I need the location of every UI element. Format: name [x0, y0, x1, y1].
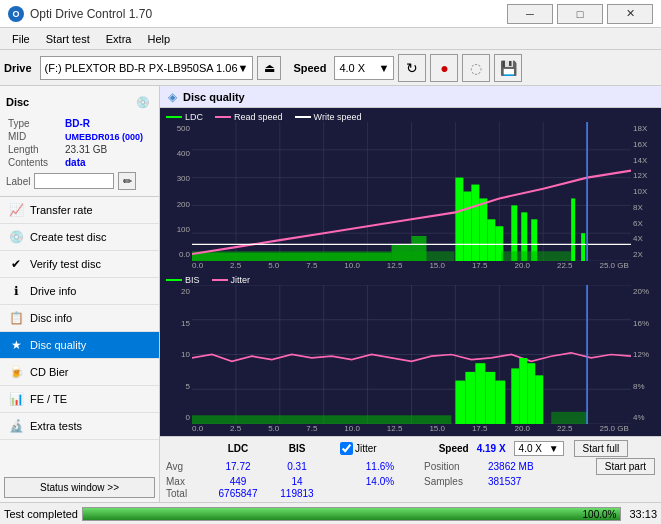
jitter-checkbox-label[interactable]: Jitter: [340, 442, 377, 455]
disc-length-label: Length: [8, 144, 63, 155]
stats-speed-select[interactable]: 4.0 X ▼: [514, 441, 564, 456]
x-top-25: 25.0 GB: [600, 261, 629, 270]
sidebar-item-label-extra-tests: Extra tests: [30, 420, 82, 432]
y-right-16pct: 16%: [633, 319, 657, 328]
verify-test-disc-icon: ✔: [8, 256, 24, 272]
avg-bis: 0.31: [272, 461, 322, 472]
svg-rect-17: [455, 178, 463, 261]
position-label: Position: [424, 461, 484, 472]
menu-start-test[interactable]: Start test: [38, 31, 98, 47]
titlebar: O Opti Drive Control 1.70 ─ □ ✕: [0, 0, 661, 28]
disc-info-icon: 📋: [8, 310, 24, 326]
y-bot-20: 20: [164, 287, 190, 296]
label-text: Label: [6, 176, 30, 187]
x-top-15: 15.0: [429, 261, 445, 270]
erase-button[interactable]: ◌: [462, 54, 490, 82]
x-bot-10: 10.0: [344, 424, 360, 433]
disc-quality-header: ◈ Disc quality: [160, 86, 661, 108]
y-top-400: 400: [164, 149, 190, 158]
y-bot-5: 5: [164, 382, 190, 391]
svg-rect-49: [485, 372, 495, 424]
y-right-14x: 14X: [633, 156, 657, 165]
avg-ldc: 17.72: [208, 461, 268, 472]
maximize-button[interactable]: □: [557, 4, 603, 24]
app-logo: O: [8, 6, 24, 22]
progress-text: 100.0%: [583, 509, 617, 520]
label-input[interactable]: [34, 173, 114, 189]
sidebar-item-create-test-disc[interactable]: 💿 Create test disc: [0, 224, 159, 251]
bottom-chart-svg: [192, 285, 631, 424]
save-button[interactable]: 💾: [494, 54, 522, 82]
sidebar-item-label-fe-te: FE / TE: [30, 393, 67, 405]
x-bot-20: 20.0: [514, 424, 530, 433]
sidebar-item-verify-test-disc[interactable]: ✔ Verify test disc: [0, 251, 159, 278]
samples-value: 381537: [488, 476, 521, 487]
burn-button[interactable]: ●: [430, 54, 458, 82]
sidebar-item-transfer-rate[interactable]: 📈 Transfer rate: [0, 197, 159, 224]
titlebar-controls: ─ □ ✕: [507, 4, 653, 24]
write-speed-legend: Write speed: [314, 112, 362, 122]
sidebar-item-disc-quality[interactable]: ★ Disc quality: [0, 332, 159, 359]
sidebar-menu: 📈 Transfer rate 💿 Create test disc ✔ Ver…: [0, 197, 159, 473]
disc-panel-title: Disc: [6, 96, 29, 108]
svg-rect-54: [535, 375, 543, 424]
menu-help[interactable]: Help: [139, 31, 178, 47]
stats-speed-label: Speed: [439, 443, 469, 454]
menu-extra[interactable]: Extra: [98, 31, 140, 47]
extra-tests-icon: 🔬: [8, 418, 24, 434]
x-bot-5: 5.0: [268, 424, 279, 433]
sidebar-item-label-verify-test: Verify test disc: [30, 258, 101, 270]
sidebar-item-drive-info[interactable]: ℹ Drive info: [0, 278, 159, 305]
y-right-6x: 6X: [633, 219, 657, 228]
disc-length-value: 23.31 GB: [65, 144, 151, 155]
sidebar-item-fe-te[interactable]: 📊 FE / TE: [0, 386, 159, 413]
x-bot-22.5: 22.5: [557, 424, 573, 433]
refresh-button[interactable]: ↻: [398, 54, 426, 82]
start-full-button[interactable]: Start full: [574, 440, 629, 457]
svg-rect-51: [511, 368, 519, 424]
svg-rect-53: [527, 363, 535, 424]
titlebar-left: O Opti Drive Control 1.70: [8, 6, 152, 22]
y-bot-10: 10: [164, 350, 190, 359]
status-window-button[interactable]: Status window >>: [4, 477, 155, 498]
sidebar-item-label-transfer-rate: Transfer rate: [30, 204, 93, 216]
stats-speed-value: 4.19 X: [477, 443, 506, 454]
y-right-8pct: 8%: [633, 382, 657, 391]
x-bot-15: 15.0: [429, 424, 445, 433]
x-bot-7.5: 7.5: [306, 424, 317, 433]
y-right-8x: 8X: [633, 203, 657, 212]
sidebar-item-cd-bier[interactable]: 🍺 CD Bier: [0, 359, 159, 386]
read-speed-legend: Read speed: [234, 112, 283, 122]
close-button[interactable]: ✕: [607, 4, 653, 24]
menu-file[interactable]: File: [4, 31, 38, 47]
start-part-button[interactable]: Start part: [596, 458, 655, 475]
transfer-rate-icon: 📈: [8, 202, 24, 218]
stats-ldc-header: LDC: [208, 443, 268, 454]
x-bot-0: 0.0: [192, 424, 203, 433]
svg-rect-29: [501, 251, 571, 261]
disc-contents-row: Contents data: [8, 157, 151, 168]
y-right-12x: 12X: [633, 171, 657, 180]
eject-button[interactable]: ⏏: [257, 56, 281, 80]
y-right-20pct: 20%: [633, 287, 657, 296]
y-right-4x: 4X: [633, 234, 657, 243]
svg-rect-48: [475, 363, 485, 424]
svg-rect-55: [551, 412, 587, 424]
speed-select[interactable]: 4.0 X ▼: [334, 56, 394, 80]
y-right-2x: 2X: [633, 250, 657, 259]
jitter-label: Jitter: [355, 443, 377, 454]
status-text: Test completed: [4, 508, 78, 520]
disc-quality-header-title: Disc quality: [183, 91, 245, 103]
jitter-checkbox[interactable]: [340, 442, 353, 455]
drive-select[interactable]: (F:) PLEXTOR BD-R PX-LB950SA 1.06 ▼: [40, 56, 254, 80]
disc-type-row: Type BD-R: [8, 118, 151, 129]
total-ldc: 6765847: [208, 488, 268, 499]
max-jitter: 14.0%: [340, 476, 420, 487]
disc-panel: Disc 💿 Type BD-R MID UMEBDR016 (000) Len…: [0, 86, 159, 197]
disc-quality-header-icon: ◈: [168, 90, 177, 104]
sidebar-item-extra-tests[interactable]: 🔬 Extra tests: [0, 413, 159, 440]
minimize-button[interactable]: ─: [507, 4, 553, 24]
label-edit-button[interactable]: ✏: [118, 172, 136, 190]
disc-type-label: Type: [8, 118, 63, 129]
sidebar-item-disc-info[interactable]: 📋 Disc info: [0, 305, 159, 332]
